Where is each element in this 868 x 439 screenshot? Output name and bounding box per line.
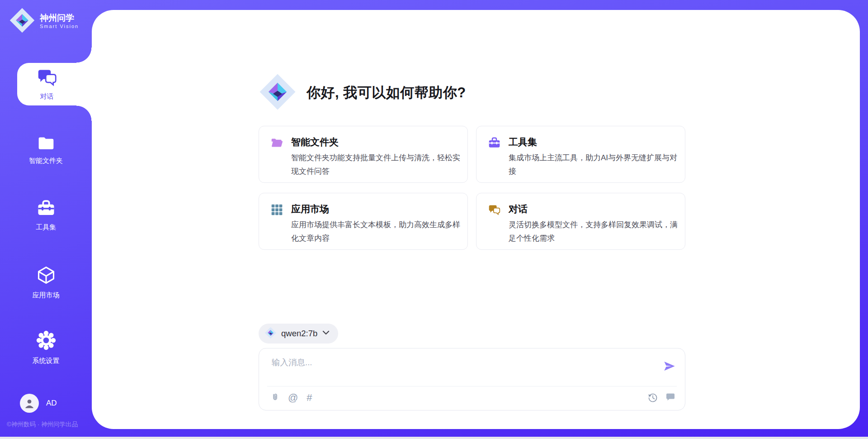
- toolbox-icon: [488, 137, 500, 149]
- card-description: 集成市场上主流工具，助力AI与外界无缝扩展与对接: [509, 151, 678, 178]
- composer: @ #: [259, 348, 685, 410]
- app-logo: 神州问学 Smart Vision: [9, 7, 79, 35]
- cube-icon: [36, 265, 56, 287]
- greeting-text: 你好, 我可以如何帮助你?: [307, 83, 466, 102]
- app-name: 神州问学: [40, 13, 79, 23]
- avatar: [20, 394, 39, 413]
- sidebar-item-app-market[interactable]: 应用市场: [0, 265, 92, 300]
- message-input[interactable]: [271, 356, 648, 384]
- chat-icon: [488, 204, 500, 216]
- sidebar: 神州问学 Smart Vision 对话 智能文件夹: [0, 0, 92, 439]
- hashtag-icon[interactable]: #: [307, 392, 312, 404]
- card-title: 应用市场: [291, 203, 329, 215]
- sidebar-item-label: 系统设置: [33, 357, 60, 365]
- toolbox-icon: [37, 199, 55, 219]
- diamond-logo-icon: [9, 7, 35, 35]
- composer-toolbar: @ #: [270, 392, 312, 404]
- feature-card-toolset[interactable]: 工具集 集成市场上主流工具，助力AI与外界无缝扩展与对接: [476, 126, 685, 183]
- card-description: 智能文件夹功能支持批量文件上传与清洗，轻松实现文件问答: [291, 151, 460, 178]
- grid-icon: [271, 204, 283, 216]
- sidebar-item-chat[interactable]: 对话: [17, 63, 92, 105]
- main-panel: 你好, 我可以如何帮助你? 智能文件夹 智能文件夹功能支持批量文件上传与清洗，轻…: [92, 10, 860, 429]
- gear-icon: [36, 330, 57, 353]
- user-profile[interactable]: AD: [20, 394, 57, 413]
- paperclip-icon[interactable]: [270, 392, 279, 404]
- diamond-logo-icon: [259, 73, 297, 113]
- card-title: 工具集: [509, 136, 537, 148]
- feature-cards: 智能文件夹 智能文件夹功能支持批量文件上传与清洗，轻松实现文件问答 工具: [259, 126, 685, 250]
- window-bottom-scrollbar[interactable]: [0, 437, 868, 439]
- app-subtitle: Smart Vision: [40, 23, 79, 29]
- send-button[interactable]: [663, 360, 676, 372]
- send-icon: [663, 367, 676, 374]
- sidebar-item-label: 应用市场: [33, 291, 60, 300]
- card-description: 应用市场提供丰富长文本模板，助力高效生成多样化文章内容: [291, 218, 460, 245]
- quick-reply-icon[interactable]: [665, 392, 676, 403]
- sidebar-item-label: 对话: [40, 92, 54, 101]
- diamond-logo-icon: [264, 327, 277, 341]
- greeting: 你好, 我可以如何帮助你?: [259, 73, 466, 113]
- chevron-down-icon: [322, 329, 330, 338]
- model-name: qwen2:7b: [281, 329, 317, 339]
- composer-divider: [267, 386, 677, 387]
- history-icon[interactable]: [647, 392, 658, 403]
- sidebar-item-settings[interactable]: 系统设置: [0, 330, 92, 365]
- sidebar-item-smart-folder[interactable]: 智能文件夹: [0, 134, 92, 165]
- feature-card-chat[interactable]: 对话 灵活切换多模型文件，支持多样回复效果调试，满足个性化需求: [476, 193, 685, 250]
- sidebar-item-label: 智能文件夹: [29, 157, 63, 165]
- mention-icon[interactable]: @: [288, 392, 298, 404]
- feature-card-smart-folder[interactable]: 智能文件夹 智能文件夹功能支持批量文件上传与清洗，轻松实现文件问答: [259, 126, 468, 183]
- folder-icon: [37, 134, 55, 153]
- card-title: 对话: [509, 203, 528, 215]
- feature-card-app-market[interactable]: 应用市场 应用市场提供丰富长文本模板，助力高效生成多样化文章内容: [259, 193, 468, 250]
- user-name: AD: [46, 399, 57, 408]
- folder-open-icon: [271, 137, 283, 149]
- app-window: 神州问学 Smart Vision 对话 智能文件夹: [0, 0, 868, 439]
- chat-icon: [37, 67, 57, 89]
- copyright-text: ©神州数码 · 神州问学出品: [7, 420, 93, 429]
- sidebar-item-label: 工具集: [36, 223, 56, 232]
- model-selector[interactable]: qwen2:7b: [259, 324, 338, 344]
- composer-right-toolbar: [647, 392, 676, 403]
- sidebar-item-toolset[interactable]: 工具集: [0, 199, 92, 232]
- card-description: 灵活切换多模型文件，支持多样回复效果调试，满足个性化需求: [509, 218, 678, 245]
- card-title: 智能文件夹: [291, 136, 339, 148]
